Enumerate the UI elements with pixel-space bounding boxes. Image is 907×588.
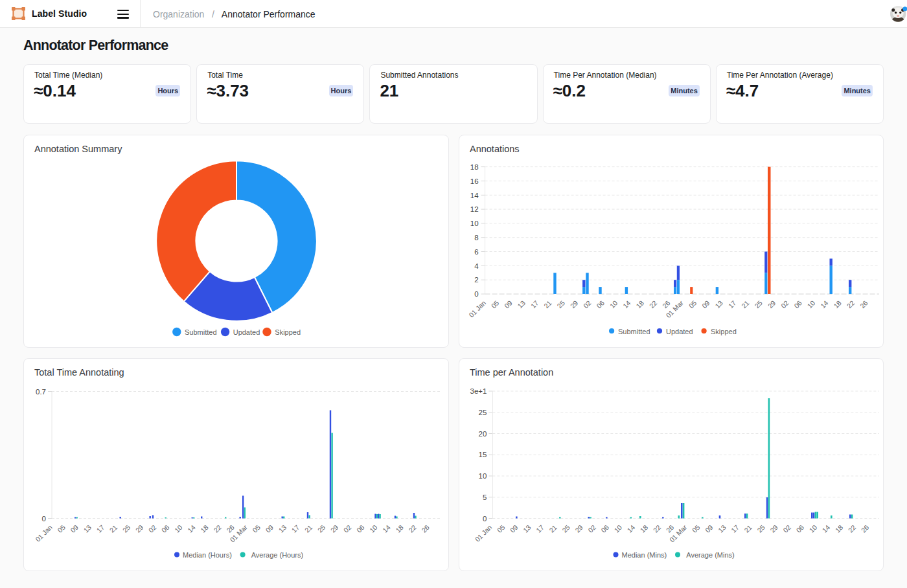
svg-text:Updated: Updated [666, 328, 693, 335]
svg-text:06: 06 [160, 523, 171, 534]
svg-text:14: 14 [470, 192, 479, 199]
svg-text:26: 26 [420, 523, 431, 534]
svg-text:02: 02 [147, 523, 158, 534]
svg-text:09: 09 [503, 299, 514, 310]
svg-text:0: 0 [42, 515, 46, 523]
svg-text:Submitted: Submitted [618, 328, 650, 335]
svg-text:25: 25 [560, 523, 571, 534]
svg-text:09: 09 [509, 523, 520, 534]
svg-text:10: 10 [608, 299, 619, 310]
svg-text:25: 25 [121, 523, 132, 534]
svg-text:17: 17 [529, 299, 540, 310]
svg-text:06: 06 [792, 299, 803, 310]
svg-text:01 Jan: 01 Jan [34, 523, 54, 543]
svg-text:25: 25 [753, 299, 764, 310]
svg-text:Median (Mins): Median (Mins) [622, 551, 667, 559]
svg-text:17: 17 [534, 523, 545, 534]
svg-text:10: 10 [368, 523, 379, 534]
svg-text:10: 10 [479, 472, 487, 480]
svg-text:20: 20 [479, 430, 487, 438]
svg-text:Updated: Updated [233, 328, 260, 336]
svg-text:Median (Hours): Median (Hours) [183, 551, 232, 559]
svg-text:02: 02 [582, 299, 593, 310]
svg-text:13: 13 [713, 299, 724, 310]
svg-text:13: 13 [277, 523, 288, 534]
svg-text:5: 5 [483, 493, 487, 501]
svg-text:13: 13 [717, 523, 728, 534]
svg-text:21: 21 [542, 299, 553, 310]
svg-text:17: 17 [729, 523, 741, 534]
svg-text:18: 18 [634, 299, 645, 310]
svg-text:22: 22 [847, 523, 858, 534]
svg-text:05: 05 [496, 523, 507, 534]
svg-text:22: 22 [648, 299, 659, 310]
svg-text:0: 0 [483, 515, 487, 523]
svg-text:14: 14 [820, 523, 831, 534]
svg-text:06: 06 [599, 523, 610, 534]
svg-text:29: 29 [329, 523, 340, 534]
svg-text:14: 14 [381, 523, 392, 534]
svg-text:02: 02 [781, 523, 792, 534]
svg-text:29: 29 [768, 523, 779, 534]
svg-text:13: 13 [522, 523, 533, 534]
svg-text:Average (Hours): Average (Hours) [251, 551, 304, 559]
svg-text:18: 18 [638, 523, 649, 534]
svg-text:8: 8 [474, 234, 478, 242]
svg-text:09: 09 [700, 299, 711, 310]
svg-text:29: 29 [766, 299, 777, 310]
svg-text:02: 02 [342, 523, 353, 534]
svg-text:25: 25 [555, 299, 566, 310]
svg-text:18: 18 [394, 523, 405, 534]
svg-text:17: 17 [95, 523, 106, 534]
svg-text:12: 12 [470, 205, 479, 213]
svg-text:05: 05 [691, 523, 702, 534]
svg-text:21: 21 [108, 523, 119, 534]
svg-text:21: 21 [742, 523, 753, 534]
svg-text:21: 21 [740, 299, 751, 310]
svg-text:15: 15 [479, 451, 487, 458]
svg-text:02: 02 [586, 523, 597, 534]
svg-text:06: 06 [355, 523, 366, 534]
svg-text:17: 17 [727, 299, 738, 310]
svg-text:14: 14 [625, 523, 636, 534]
svg-text:29: 29 [569, 299, 580, 310]
svg-text:06: 06 [595, 299, 606, 310]
svg-text:05: 05 [56, 523, 67, 534]
svg-text:14: 14 [621, 299, 632, 310]
svg-text:25: 25 [316, 523, 327, 534]
svg-text:6: 6 [474, 248, 478, 256]
svg-text:3e+1: 3e+1 [470, 387, 487, 395]
svg-text:Average (Mins): Average (Mins) [686, 551, 734, 559]
svg-text:Skipped: Skipped [711, 328, 737, 335]
svg-text:18: 18 [834, 523, 845, 534]
svg-text:13: 13 [82, 523, 93, 534]
svg-text:13: 13 [516, 299, 527, 310]
svg-text:25: 25 [479, 409, 487, 416]
svg-text:22: 22 [407, 523, 418, 534]
svg-text:0: 0 [474, 290, 478, 298]
svg-text:2: 2 [474, 276, 478, 284]
svg-text:05: 05 [251, 523, 262, 534]
svg-text:14: 14 [819, 299, 830, 310]
svg-text:29: 29 [573, 523, 584, 534]
svg-text:22: 22 [652, 523, 663, 534]
svg-text:01 Jan: 01 Jan [467, 299, 487, 319]
svg-text:18: 18 [470, 163, 479, 171]
svg-text:05: 05 [687, 299, 698, 310]
svg-text:10: 10 [470, 220, 479, 227]
svg-text:10: 10 [612, 523, 623, 534]
svg-text:09: 09 [704, 523, 715, 534]
svg-text:09: 09 [264, 523, 275, 534]
svg-text:25: 25 [755, 523, 766, 534]
svg-text:16: 16 [470, 177, 479, 185]
svg-text:10: 10 [805, 299, 816, 310]
svg-text:10: 10 [173, 523, 184, 534]
svg-text:26: 26 [860, 523, 871, 534]
svg-text:18: 18 [199, 523, 210, 534]
svg-text:09: 09 [69, 523, 80, 534]
svg-text:22: 22 [212, 523, 223, 534]
svg-text:06: 06 [794, 523, 805, 534]
svg-text:21: 21 [547, 523, 558, 534]
svg-text:Submitted: Submitted [185, 328, 217, 336]
svg-text:05: 05 [490, 299, 501, 310]
